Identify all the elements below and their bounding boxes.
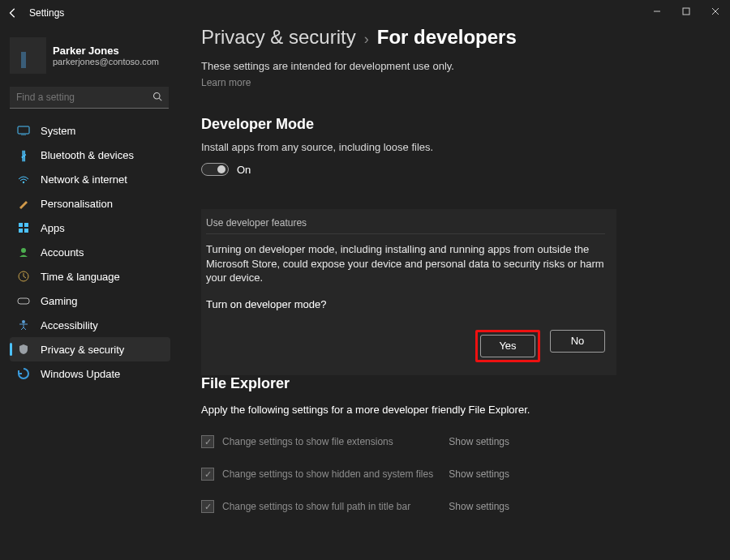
checkbox[interactable]: ✓ bbox=[201, 500, 214, 513]
sidebar-item-bluetooth[interactable]: ∦Bluetooth & devices bbox=[10, 143, 170, 167]
sidebar-item-apps[interactable]: Apps bbox=[10, 216, 170, 240]
dialog-title: Use developer features bbox=[206, 217, 605, 234]
learn-more-link[interactable]: Learn more bbox=[201, 77, 724, 88]
personalisation-icon bbox=[16, 198, 31, 209]
bluetooth-icon: ∦ bbox=[16, 149, 31, 160]
time-icon bbox=[16, 271, 31, 282]
file-explorer-row: ✓Change settings to show hidden and syst… bbox=[201, 468, 509, 481]
svg-point-11 bbox=[21, 248, 26, 253]
show-settings-link[interactable]: Show settings bbox=[449, 436, 509, 447]
confirm-dialog: Use developer features Turning on develo… bbox=[201, 209, 616, 375]
sidebar: Parker Jones parkerjones@contoso.com Sys… bbox=[0, 26, 178, 386]
checkbox[interactable]: ✓ bbox=[201, 468, 214, 481]
window-title: Settings bbox=[29, 7, 64, 19]
file-explorer-heading: File Explorer bbox=[201, 375, 724, 392]
sidebar-item-wifi[interactable]: Network & internet bbox=[10, 167, 170, 191]
svg-rect-9 bbox=[19, 229, 23, 233]
fe-item-label: Change settings to show full path in tit… bbox=[222, 501, 410, 512]
developer-mode-state: On bbox=[237, 164, 251, 176]
sidebar-item-update[interactable]: Windows Update bbox=[10, 361, 170, 386]
sidebar-item-label: Accessibility bbox=[41, 319, 98, 331]
svg-point-2 bbox=[154, 93, 161, 100]
sidebar-item-accounts[interactable]: Accounts bbox=[10, 240, 170, 264]
developer-mode-desc: Install apps from any source, including … bbox=[201, 141, 724, 153]
gaming-icon bbox=[16, 295, 31, 306]
update-icon bbox=[16, 368, 31, 379]
no-button[interactable]: No bbox=[550, 330, 605, 353]
wifi-icon bbox=[16, 173, 31, 185]
yes-button[interactable]: Yes bbox=[480, 335, 535, 357]
sidebar-item-label: Time & language bbox=[41, 271, 120, 283]
chevron-right-icon: › bbox=[364, 31, 369, 48]
fe-item-label: Change settings to show file extensions bbox=[222, 436, 393, 447]
show-settings-link[interactable]: Show settings bbox=[449, 468, 509, 480]
minimize-button[interactable] bbox=[642, 0, 672, 23]
sidebar-item-privacy[interactable]: Privacy & security bbox=[10, 337, 170, 361]
sidebar-item-label: Windows Update bbox=[41, 368, 120, 380]
account-email: parkerjones@contoso.com bbox=[53, 57, 159, 66]
maximize-button[interactable] bbox=[672, 0, 701, 23]
svg-rect-1 bbox=[683, 8, 689, 15]
search-icon bbox=[152, 92, 162, 101]
nav-list: System∦Bluetooth & devicesNetwork & inte… bbox=[5, 118, 175, 386]
page-intro: These settings are intended for developm… bbox=[201, 60, 724, 72]
fe-item-label: Change settings to show hidden and syste… bbox=[222, 468, 433, 480]
developer-mode-toggle[interactable] bbox=[201, 163, 229, 176]
dialog-question: Turn on developer mode? bbox=[206, 298, 605, 310]
back-button[interactable] bbox=[5, 5, 21, 21]
sidebar-item-label: Network & internet bbox=[41, 173, 127, 186]
svg-point-6 bbox=[23, 182, 24, 183]
account-card[interactable]: Parker Jones parkerjones@contoso.com bbox=[5, 32, 175, 82]
sidebar-item-time[interactable]: Time & language bbox=[10, 264, 170, 289]
show-settings-link[interactable]: Show settings bbox=[449, 501, 509, 512]
sidebar-item-label: Accounts bbox=[41, 246, 84, 259]
svg-rect-7 bbox=[19, 223, 23, 227]
account-name: Parker Jones bbox=[53, 45, 159, 57]
sidebar-item-gaming[interactable]: Gaming bbox=[10, 289, 170, 313]
system-icon bbox=[16, 125, 31, 136]
highlight-box: Yes bbox=[475, 330, 540, 362]
svg-rect-13 bbox=[18, 298, 29, 304]
file-explorer-row: ✓Change settings to show file extensions… bbox=[201, 435, 509, 448]
svg-rect-10 bbox=[24, 229, 28, 233]
sidebar-item-system[interactable]: System bbox=[10, 118, 170, 143]
sidebar-item-label: Gaming bbox=[41, 295, 78, 307]
close-button[interactable] bbox=[701, 0, 730, 23]
sidebar-item-label: System bbox=[41, 125, 75, 137]
dialog-body: Turning on developer mode, including ins… bbox=[206, 242, 605, 285]
file-explorer-desc: Apply the following settings for a more … bbox=[201, 404, 724, 416]
svg-point-14 bbox=[22, 320, 25, 323]
svg-rect-4 bbox=[18, 126, 29, 134]
svg-line-3 bbox=[159, 98, 161, 100]
breadcrumb-leaf: For developers bbox=[377, 26, 517, 49]
apps-icon bbox=[16, 222, 31, 233]
window-controls bbox=[642, 0, 730, 23]
avatar bbox=[10, 37, 46, 74]
accessibility-icon bbox=[16, 319, 31, 331]
breadcrumb: Privacy & security › For developers bbox=[201, 26, 724, 49]
breadcrumb-root[interactable]: Privacy & security bbox=[201, 26, 356, 49]
privacy-icon bbox=[16, 344, 31, 355]
sidebar-item-accessibility[interactable]: Accessibility bbox=[10, 313, 170, 337]
sidebar-item-label: Apps bbox=[41, 222, 65, 234]
search-input[interactable] bbox=[10, 87, 169, 109]
svg-rect-8 bbox=[24, 223, 28, 227]
search-box bbox=[10, 87, 169, 109]
sidebar-item-label: Privacy & security bbox=[41, 344, 124, 356]
sidebar-item-label: Personalisation bbox=[41, 198, 113, 210]
developer-mode-heading: Developer Mode bbox=[201, 116, 724, 133]
sidebar-item-label: Bluetooth & devices bbox=[41, 149, 134, 161]
sidebar-item-personalisation[interactable]: Personalisation bbox=[10, 191, 170, 216]
main-content: Privacy & security › For developers Thes… bbox=[201, 23, 724, 560]
file-explorer-row: ✓Change settings to show full path in ti… bbox=[201, 500, 509, 513]
accounts-icon bbox=[16, 246, 31, 258]
checkbox[interactable]: ✓ bbox=[201, 435, 214, 448]
